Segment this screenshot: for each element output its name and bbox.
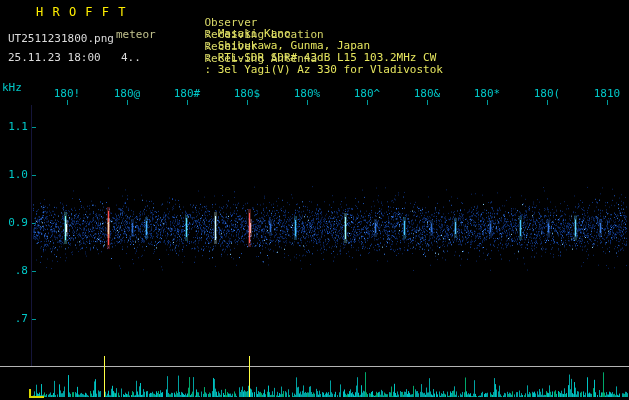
x-tick-label: 180$ xyxy=(217,88,277,99)
y-tick-label: .8 xyxy=(4,265,28,276)
datetime-label: 25.11.23 18:00 xyxy=(8,52,101,63)
mode-label: meteor xyxy=(116,29,156,40)
info-value-antenna: : 3el Yagi(V) Az 330 for Vladivostok xyxy=(205,63,443,76)
x-axis-labels: 180! 180@ 180# 180$ 180% 180^ 180& 180* … xyxy=(37,88,629,99)
x-tick-label: 180& xyxy=(397,88,457,99)
x-tick-label: 180% xyxy=(277,88,337,99)
y-tick-label: .7 xyxy=(4,313,28,324)
y-tick-label: 1.0 xyxy=(4,169,28,180)
info-row-antenna: Receiving Antenna : 3el Yagi(V) Az 330 f… xyxy=(178,42,443,86)
app-title: H R O F F T xyxy=(36,6,126,18)
x-tick-label: 180! xyxy=(37,88,97,99)
output-filename: UT2511231800.png xyxy=(8,33,114,44)
x-tick-label: 180# xyxy=(157,88,217,99)
x-tick-label: 180( xyxy=(517,88,577,99)
y-tick-label: 1.1 xyxy=(4,121,28,132)
frame-counter: 4.. xyxy=(121,52,141,63)
y-axis-unit-label: kHz xyxy=(2,82,22,93)
x-tick-label: 180^ xyxy=(337,88,397,99)
x-tick-label: 180@ xyxy=(97,88,157,99)
hrofft-window: H R O F F T UT2511231800.png meteor 25.1… xyxy=(0,0,629,400)
x-tick-label: 1810 xyxy=(577,88,629,99)
x-tick-label: 180* xyxy=(457,88,517,99)
y-tick-label: 0.9 xyxy=(4,217,28,228)
